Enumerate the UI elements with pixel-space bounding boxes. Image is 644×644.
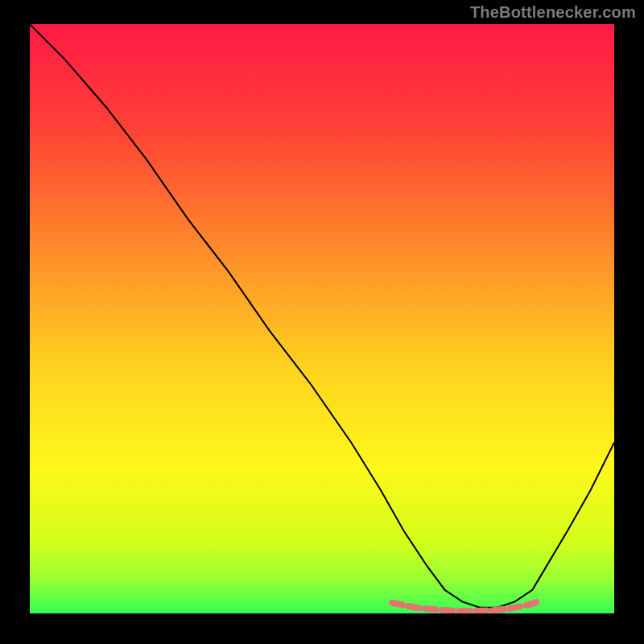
chart-stage: TheBottlenecker.com — [0, 0, 644, 644]
bottleneck-plot — [30, 24, 614, 613]
gradient-background — [30, 24, 614, 613]
attribution-text: TheBottlenecker.com — [470, 3, 636, 22]
